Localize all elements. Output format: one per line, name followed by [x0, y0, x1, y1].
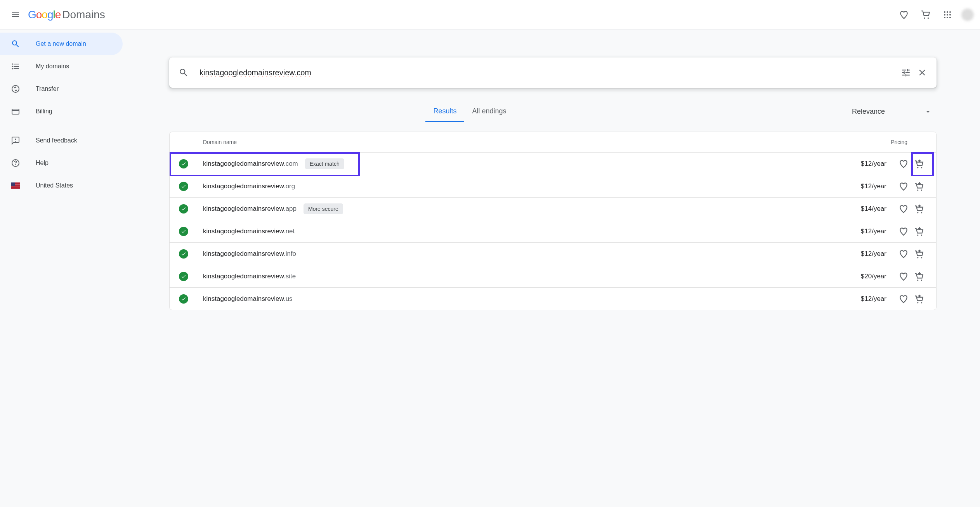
sidebar-item-label: Help	[36, 160, 49, 167]
sidebar-item-label: My domains	[36, 63, 69, 70]
svg-point-7	[949, 14, 951, 16]
column-domain-name: Domain name	[179, 139, 849, 145]
svg-point-42	[917, 302, 918, 303]
domain-price: $12/year	[861, 250, 886, 258]
result-row[interactable]: kinstagoogledomainsreview.net$12/year	[170, 220, 936, 242]
clear-icon[interactable]	[917, 68, 927, 78]
favorite-icon[interactable]	[896, 224, 911, 239]
tabs-row: Results All endings Relevance	[169, 102, 937, 122]
domain-name: kinstagoogledomainsreview.net	[203, 227, 295, 235]
add-to-cart-icon[interactable]	[911, 269, 927, 284]
domain-name: kinstagoogledomainsreview.app	[203, 205, 297, 213]
favorite-icon[interactable]	[896, 269, 911, 284]
sidebar-item-help[interactable]: Help	[0, 152, 123, 174]
favorites-icon[interactable]	[895, 5, 913, 24]
list-icon	[11, 62, 20, 71]
sort-value: Relevance	[852, 108, 885, 116]
favorite-icon[interactable]	[896, 291, 911, 307]
favorite-icon[interactable]	[896, 246, 911, 262]
transfer-icon	[11, 84, 20, 94]
domain-name: kinstagoogledomainsreview.site	[203, 273, 296, 280]
check-icon	[179, 227, 188, 236]
feedback-icon	[11, 136, 20, 145]
tab-all-endings[interactable]: All endings	[464, 102, 514, 122]
add-to-cart-icon[interactable]	[911, 179, 927, 194]
domain-name: kinstagoogledomainsreview.com	[203, 160, 298, 168]
add-to-cart-icon[interactable]	[911, 201, 927, 217]
cart-icon[interactable]	[916, 5, 935, 24]
sidebar: Get a new domain My domains Transfer Bil…	[0, 30, 126, 507]
add-to-cart-icon[interactable]	[911, 156, 927, 172]
favorite-icon[interactable]	[896, 201, 911, 217]
product-name: Domains	[62, 9, 105, 21]
menu-icon[interactable]	[6, 5, 25, 24]
tab-results[interactable]: Results	[425, 102, 464, 122]
svg-point-15	[15, 141, 16, 142]
domain-price: $12/year	[861, 295, 886, 303]
domain-name: kinstagoogledomainsreview.info	[203, 250, 296, 258]
check-icon	[179, 272, 188, 281]
sidebar-item-my-domains[interactable]: My domains	[0, 55, 123, 78]
add-to-cart-icon[interactable]	[911, 224, 927, 239]
apps-icon[interactable]	[938, 5, 957, 24]
svg-point-30	[917, 234, 918, 236]
search-icon	[179, 68, 189, 78]
svg-point-34	[917, 257, 918, 258]
sidebar-item-get-domain[interactable]: Get a new domain	[0, 33, 123, 55]
svg-point-22	[917, 189, 918, 191]
svg-point-31	[921, 234, 922, 236]
search-input[interactable]	[199, 68, 895, 77]
svg-point-26	[917, 212, 918, 213]
app-header: Google Domains	[0, 0, 980, 30]
svg-point-23	[921, 189, 922, 191]
svg-point-38	[917, 280, 918, 281]
flag-icon	[11, 181, 20, 190]
sidebar-item-label: Get a new domain	[36, 40, 86, 47]
domain-price: $12/year	[861, 182, 886, 190]
svg-point-27	[921, 212, 922, 213]
card-icon	[11, 107, 20, 116]
svg-point-35	[921, 257, 922, 258]
favorite-icon[interactable]	[896, 179, 911, 194]
svg-point-6	[947, 14, 948, 16]
result-row[interactable]: kinstagoogledomainsreview.org$12/year	[170, 175, 936, 197]
logo[interactable]: Google Domains	[28, 9, 105, 21]
svg-point-3	[947, 11, 948, 13]
avatar[interactable]	[961, 9, 974, 21]
domain-price: $12/year	[861, 227, 886, 235]
result-row[interactable]: kinstagoogledomainsreview.site$20/year	[170, 265, 936, 287]
results-card: Domain name Pricing kinstagoogledomainsr…	[169, 132, 937, 310]
svg-point-8	[944, 17, 945, 18]
check-icon	[179, 182, 188, 191]
domain-badge: Exact match	[305, 158, 344, 169]
check-icon	[179, 159, 188, 168]
favorite-icon[interactable]	[896, 156, 911, 172]
result-row[interactable]: kinstagoogledomainsreview.us$12/year	[170, 287, 936, 310]
domain-price: $14/year	[861, 205, 886, 213]
sidebar-item-label: Transfer	[36, 85, 59, 92]
svg-point-43	[921, 302, 922, 303]
domain-name: kinstagoogledomainsreview.us	[203, 295, 293, 303]
results-header: Domain name Pricing	[170, 132, 936, 152]
sidebar-item-billing[interactable]: Billing	[0, 100, 123, 123]
check-icon	[179, 294, 188, 304]
tune-icon[interactable]	[901, 68, 911, 78]
svg-rect-12	[12, 109, 19, 114]
domain-price: $12/year	[861, 160, 886, 168]
result-row[interactable]: kinstagoogledomainsreview.comExact match…	[170, 152, 936, 175]
domain-badge: More secure	[304, 203, 343, 214]
svg-point-17	[15, 164, 16, 165]
svg-point-9	[947, 17, 948, 18]
sidebar-item-feedback[interactable]: Send feedback	[0, 129, 123, 152]
svg-point-11	[12, 85, 19, 92]
add-to-cart-icon[interactable]	[911, 246, 927, 262]
add-to-cart-icon[interactable]	[911, 291, 927, 307]
sort-select[interactable]: Relevance	[847, 104, 937, 119]
sidebar-item-label: Billing	[36, 108, 52, 115]
sidebar-item-region[interactable]: United States	[0, 174, 123, 197]
domain-name: kinstagoogledomainsreview.org	[203, 182, 295, 190]
result-row[interactable]: kinstagoogledomainsreview.info$12/year	[170, 242, 936, 265]
sidebar-item-transfer[interactable]: Transfer	[0, 78, 123, 100]
svg-point-19	[921, 167, 922, 168]
result-row[interactable]: kinstagoogledomainsreview.appMore secure…	[170, 197, 936, 220]
